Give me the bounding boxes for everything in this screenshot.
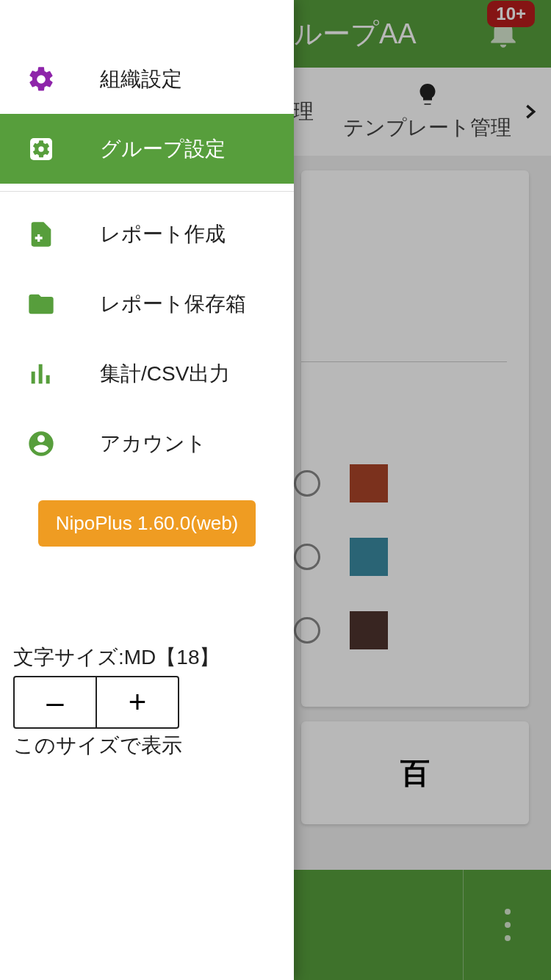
sidebar-item-report-create[interactable]: レポート作成 — [0, 199, 294, 269]
font-size-label: 文字サイズ:MD【18】 — [13, 644, 281, 671]
font-increase-button[interactable]: + — [97, 677, 178, 727]
navigation-drawer: 組織設定 グループ設定 レポート作成 レポート保存箱 集計/CSV出力 アカウン… — [0, 0, 294, 980]
version-badge[interactable]: NipoPlus 1.60.0(web) — [38, 500, 256, 547]
sidebar-item-label: アカウント — [100, 430, 206, 458]
gear-icon — [26, 65, 56, 94]
sidebar-item-org-settings[interactable]: 組織設定 — [0, 44, 294, 114]
sidebar-item-report-box[interactable]: レポート保存箱 — [0, 269, 294, 339]
folder-icon — [26, 289, 56, 319]
divider — [0, 191, 294, 192]
font-decrease-button[interactable]: – — [15, 677, 97, 727]
sidebar-item-label: レポート作成 — [100, 220, 226, 248]
font-stepper: – + — [13, 676, 179, 729]
file-plus-icon — [26, 220, 56, 249]
gear-box-icon — [26, 134, 56, 164]
sidebar-item-label: レポート保存箱 — [100, 290, 246, 318]
sidebar-item-label: 組織設定 — [100, 65, 182, 93]
sidebar-item-label: 集計/CSV出力 — [100, 360, 230, 388]
bar-chart-icon — [26, 359, 56, 389]
account-icon — [26, 429, 56, 458]
sidebar-item-summary-csv[interactable]: 集計/CSV出力 — [0, 339, 294, 408]
font-size-note: このサイズで表示 — [13, 732, 281, 760]
sidebar-item-group-settings[interactable]: グループ設定 — [0, 114, 294, 184]
sidebar-item-account[interactable]: アカウント — [0, 408, 294, 478]
sidebar-item-label: グループ設定 — [100, 135, 226, 163]
font-size-controls: 文字サイズ:MD【18】 – + このサイズで表示 — [0, 644, 294, 760]
